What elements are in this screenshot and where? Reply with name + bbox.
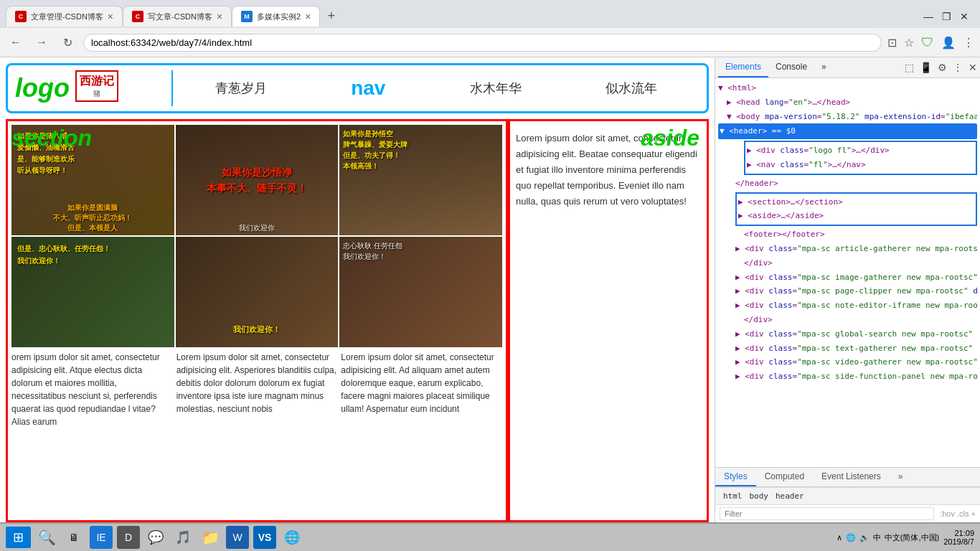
start-button[interactable]: ⊞ xyxy=(6,527,31,548)
maximize-button[interactable]: ❐ xyxy=(942,11,951,22)
tab-2[interactable]: C 写文章-CSDN博客 × xyxy=(123,6,232,27)
filter-hint: :hov .cls + xyxy=(940,509,976,518)
extensions-icon[interactable]: 🛡 xyxy=(921,35,934,50)
filter-bar: :hov .cls + xyxy=(715,504,980,522)
tree-header-selected[interactable]: ▼ <header> == $0 xyxy=(718,123,977,139)
address-input[interactable] xyxy=(83,34,882,52)
taskbar-folder-icon[interactable]: 📁 xyxy=(199,526,222,549)
breadcrumb-html[interactable]: html xyxy=(720,490,746,502)
tree-div-text[interactable]: ▶ <div class="mpa-sc text-gatherer new m… xyxy=(718,342,977,356)
tab-3[interactable]: M 多媒体实例2 × xyxy=(232,6,320,27)
text-col-2: Lorem ipsum dolor sit amet, consectetur … xyxy=(176,351,338,428)
text-col-1: orem ipsum dolor sit amet, consectetur a… xyxy=(11,351,173,428)
tree-section[interactable]: ▶ <section>…</section> xyxy=(738,195,974,209)
tree-div-noteeditor[interactable]: ▶ <div class="mpa-sc note-editor-iframe … xyxy=(718,298,977,313)
bottom-tab-styles[interactable]: Styles xyxy=(715,468,756,486)
taskbar-browser-icon[interactable]: IE xyxy=(90,526,113,549)
tree-html[interactable]: ▼ <html> xyxy=(718,81,977,95)
minimize-button[interactable]: — xyxy=(923,11,933,22)
taskbar-task-view[interactable]: 🖥 xyxy=(62,526,85,549)
devtools-panel: Elements Console » ⬚ 📱 ⚙ ⋮ ✕ ▼ <html> ▶ … xyxy=(715,57,980,522)
bottom-tab-more[interactable]: » xyxy=(890,468,912,486)
taskbar-dev-icon[interactable]: D xyxy=(117,526,140,549)
bottom-tab-listeners[interactable]: Event Listeners xyxy=(813,468,890,486)
nav-item-1[interactable]: 青葱岁月 xyxy=(215,80,267,97)
taskbar-vscode-icon[interactable]: VS xyxy=(253,526,276,549)
taskbar-word-icon[interactable]: W xyxy=(226,526,249,549)
settings-icon[interactable]: ⚙ xyxy=(938,62,947,73)
aside-box: aside Lorem ipsum dolor sit amet, consec… xyxy=(508,119,709,522)
tree-div-logo[interactable]: ▶ <div class="logo fl">…</div> xyxy=(747,143,974,158)
reload-button[interactable]: ↻ xyxy=(57,32,77,52)
close-devtools-icon[interactable]: ✕ xyxy=(969,62,977,73)
tree-footer[interactable]: <footer></footer> xyxy=(718,227,977,242)
taskbar-time: 21:09 2019/8/7 xyxy=(943,529,974,546)
sys-up-icon[interactable]: ∧ xyxy=(837,533,842,542)
taskbar-music-icon[interactable]: 🎵 xyxy=(171,526,194,549)
tree-header-children-box: ▶ <div class="logo fl">…</div> ▶ <nav cl… xyxy=(744,141,977,175)
bottom-tab-computed[interactable]: Computed xyxy=(756,468,813,486)
filter-input[interactable] xyxy=(720,507,934,520)
tree-head[interactable]: ▶ <head lang="en">…</head> xyxy=(718,95,977,110)
text-col-3: Lorem ipsum dolor sit amet, consectetur … xyxy=(341,351,502,428)
taskbar: ⊞ 🔍 🖥 IE D 💬 🎵 📁 W VS 🌐 ∧ 🌐 🔊 中 中文(简体,中国… xyxy=(0,522,980,551)
forward-button[interactable]: → xyxy=(32,32,52,52)
nav-area: 青葱岁月 nav 水木年华 似水流年 xyxy=(173,77,699,100)
avatar-icon[interactable]: 👤 xyxy=(941,36,956,50)
devtools-tab-elements[interactable]: Elements xyxy=(718,57,768,77)
image-4: 但是、忠心耿耿、任劳任怨！我们欢迎你！ xyxy=(11,237,174,347)
image-grid: 如果你是猪八戒爱偷懒、油嘴滑舌是、能够制造欢乐听从领导呀呼！ 如果你是圆满脑不大… xyxy=(11,125,502,347)
time-display: 21:09 xyxy=(943,529,974,537)
taskbar-sys: ∧ 🌐 🔊 中 中文(简体,中国) 21:09 2019/8/7 xyxy=(837,529,974,546)
tree-div-clipper[interactable]: ▶ <div class="mpa-sc page-clipper new mp… xyxy=(718,284,977,298)
taskbar-chrome-icon[interactable]: 🌐 xyxy=(281,526,303,549)
more-icon[interactable]: ⋮ xyxy=(953,62,963,73)
tree-aside[interactable]: ▶ <aside>…</aside> xyxy=(738,209,974,223)
tree-div-image[interactable]: ▶ <div class="mpa-sc image-gatherer new … xyxy=(718,270,977,285)
taskbar-search-icon[interactable]: 🔍 xyxy=(35,526,58,549)
tab-2-close[interactable]: × xyxy=(217,11,222,22)
tree-div-video[interactable]: ▶ <div class="mpa-sc video-gatherer new … xyxy=(718,355,977,369)
logo-area: logo 西游记 猪 xyxy=(15,70,173,106)
new-tab-button[interactable]: + xyxy=(320,4,342,28)
devtools-tab-console[interactable]: Console xyxy=(768,57,814,77)
nav-item-2[interactable]: nav xyxy=(351,77,385,100)
close-button[interactable]: ✕ xyxy=(960,11,969,22)
taskbar-chat-icon[interactable]: 💬 xyxy=(144,526,167,549)
sys-network-icon: 🌐 xyxy=(846,533,856,542)
tab-1[interactable]: C 文章管理-CSDN博客 × xyxy=(6,6,123,27)
tab-1-close[interactable]: × xyxy=(108,11,113,22)
tree-header-close[interactable]: </header> xyxy=(718,176,977,191)
back-button[interactable]: ← xyxy=(6,32,26,52)
image-3: 如果你是孙悟空脾气暴躁、爱耍大牌但是、功夫了得！本领高强！ xyxy=(339,125,502,235)
breadcrumb-header[interactable]: header xyxy=(772,490,808,502)
tree-div-sidepanel[interactable]: ▶ <div class="mpa-sc side-function-panel… xyxy=(718,369,977,384)
image-2: 如果你是沙悟净本事不大、随手不灵！ 我们欢迎你 xyxy=(176,125,339,235)
logo-image: 西游记 猪 xyxy=(75,70,118,106)
tree-div-article-close[interactable]: </div> xyxy=(718,256,977,270)
menu-icon[interactable]: ⋮ xyxy=(963,36,974,50)
address-bar: ← → ↻ ⊡ ☆ 🛡 👤 ⋮ xyxy=(0,28,980,57)
tree-section-aside-box: ▶ <section>…</section> ▶ <aside>…</aside… xyxy=(735,192,977,227)
breadcrumb: html body header xyxy=(715,487,980,504)
sys-lang-text: 中文(简体,中国) xyxy=(885,532,939,543)
devtools-tab-more[interactable]: » xyxy=(814,57,834,77)
nav-item-4[interactable]: 似水流年 xyxy=(606,80,657,97)
tab-3-close[interactable]: × xyxy=(305,11,311,22)
tree-div-noteeditor-close[interactable]: </div> xyxy=(718,313,977,327)
device-icon[interactable]: 📱 xyxy=(920,62,932,73)
tree-body[interactable]: ▼ <body mpa-version="5.18.2" mpa-extensi… xyxy=(718,110,977,124)
bookmark-icon[interactable]: ☆ xyxy=(904,36,914,50)
section-label: section xyxy=(11,125,92,151)
cast-icon[interactable]: ⊡ xyxy=(887,36,897,50)
breadcrumb-body[interactable]: body xyxy=(746,490,773,502)
tree-div-search[interactable]: ▶ <div class="mpa-sc global-search new m… xyxy=(718,327,977,342)
tree-nav[interactable]: ▶ <nav class="fl">…</nav> xyxy=(747,158,974,172)
title-bar-controls: — ❐ ✕ xyxy=(923,11,974,22)
tab-3-icon: M xyxy=(241,11,253,22)
aside-label: aside xyxy=(641,125,699,151)
toolbar-icons: ⊡ ☆ 🛡 👤 ⋮ xyxy=(887,35,974,50)
nav-item-3[interactable]: 水木年华 xyxy=(470,80,522,97)
tree-div-article[interactable]: ▶ <div class="mpa-sc article-gatherer ne… xyxy=(718,242,977,256)
inspect-icon[interactable]: ⬚ xyxy=(905,62,914,73)
